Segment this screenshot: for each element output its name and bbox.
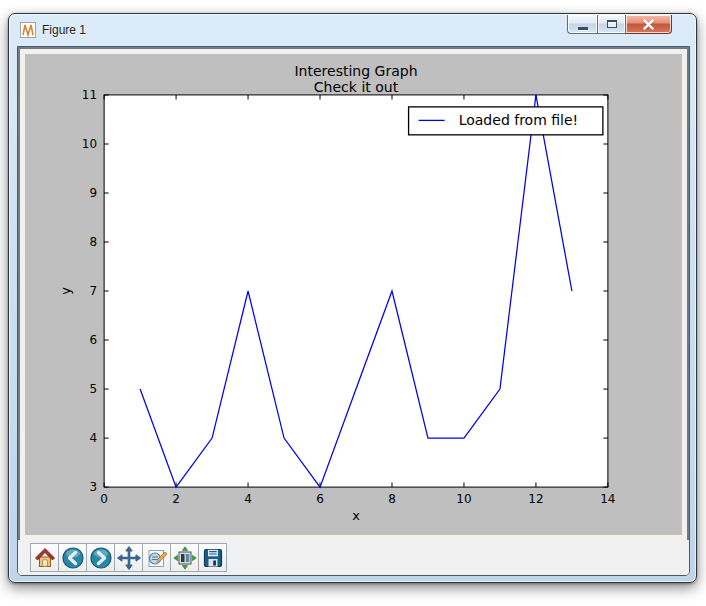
- line-chart: 0246810121434567891011Loaded from file!I…: [25, 54, 682, 535]
- maximize-button[interactable]: [597, 15, 626, 34]
- close-icon: [642, 19, 655, 30]
- svg-text:7: 7: [89, 284, 97, 298]
- close-button[interactable]: [626, 15, 672, 34]
- svg-text:Interesting Graph: Interesting Graph: [294, 63, 417, 79]
- client-area: 0246810121434567891011Loaded from file!I…: [17, 46, 690, 576]
- svg-text:11: 11: [82, 88, 97, 102]
- svg-text:4: 4: [244, 492, 252, 506]
- svg-text:Loaded from file!: Loaded from file!: [459, 112, 579, 128]
- caption-buttons: [567, 15, 672, 34]
- svg-text:10: 10: [82, 137, 97, 151]
- svg-text:5: 5: [89, 382, 97, 396]
- svg-text:6: 6: [89, 333, 97, 347]
- back-arrow-icon: [61, 546, 85, 570]
- back-button[interactable]: [58, 543, 87, 572]
- forward-arrow-icon: [89, 546, 113, 570]
- figure-canvas[interactable]: 0246810121434567891011Loaded from file!I…: [18, 47, 689, 542]
- svg-text:x: x: [352, 508, 360, 523]
- titlebar[interactable]: Figure 1: [9, 14, 696, 46]
- svg-text:10: 10: [456, 492, 471, 506]
- configure-subplots-icon: [173, 546, 197, 570]
- maximize-icon: [607, 20, 617, 28]
- home-icon: [33, 546, 57, 570]
- home-button[interactable]: [30, 543, 59, 572]
- matplotlib-icon: [20, 22, 36, 38]
- svg-text:y: y: [58, 287, 73, 295]
- minimize-button[interactable]: [567, 15, 597, 34]
- svg-text:9: 9: [89, 186, 97, 200]
- svg-text:4: 4: [89, 431, 97, 445]
- window-title: Figure 1: [42, 23, 86, 37]
- svg-text:8: 8: [89, 235, 97, 249]
- zoom-button[interactable]: [142, 543, 171, 572]
- svg-text:14: 14: [600, 492, 615, 506]
- save-floppy-icon: [201, 546, 225, 570]
- figure-window: Figure 1 0246810121434567891011Loaded fr…: [8, 13, 697, 583]
- pan-button[interactable]: [114, 543, 143, 572]
- svg-text:12: 12: [528, 492, 543, 506]
- figure-background: 0246810121434567891011Loaded from file!I…: [25, 54, 682, 535]
- zoom-to-rect-icon: [145, 546, 169, 570]
- subplots-button[interactable]: [170, 543, 199, 572]
- svg-text:6: 6: [316, 492, 324, 506]
- svg-text:2: 2: [172, 492, 180, 506]
- minimize-icon: [578, 27, 588, 30]
- pan-arrows-icon: [117, 546, 141, 570]
- svg-text:3: 3: [89, 480, 97, 494]
- forward-button[interactable]: [86, 543, 115, 572]
- svg-text:Check it out: Check it out: [314, 79, 399, 95]
- save-button[interactable]: [198, 543, 227, 572]
- svg-text:0: 0: [100, 492, 108, 506]
- navigation-toolbar: [18, 540, 689, 575]
- svg-text:8: 8: [388, 492, 396, 506]
